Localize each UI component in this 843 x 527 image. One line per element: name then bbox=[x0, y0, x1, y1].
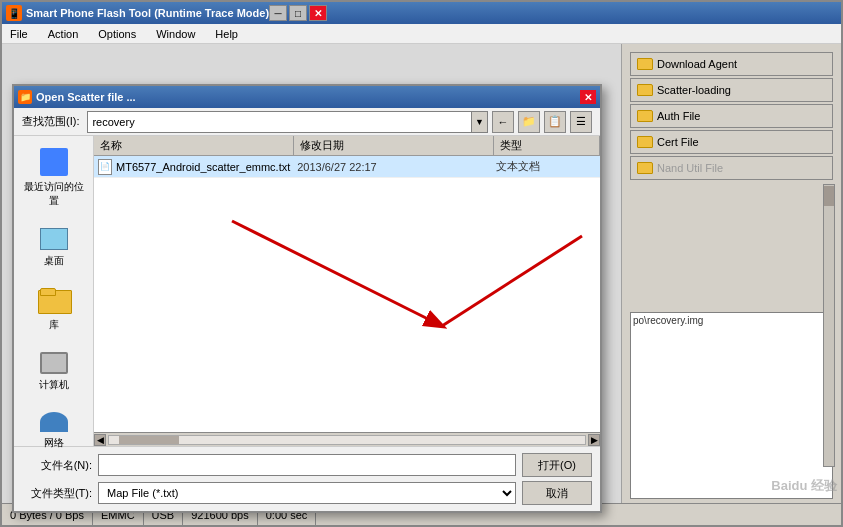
sidebar-item-computer[interactable]: 计算机 bbox=[35, 348, 73, 396]
dialog-toolbar: 查找范围(I): recovery ▼ ← 📁 📋 ☰ bbox=[14, 108, 600, 136]
recent-label: 最近访问的位置 bbox=[22, 180, 85, 208]
dialog-close-button[interactable]: ✕ bbox=[580, 90, 596, 104]
library-label: 库 bbox=[49, 318, 59, 332]
computer-label: 计算机 bbox=[39, 378, 69, 392]
nand-util-file-button[interactable]: Nand Util File bbox=[630, 156, 833, 180]
window-controls: ─ □ ✕ bbox=[269, 5, 327, 21]
app-icon: 📱 bbox=[6, 5, 22, 21]
dialog-sidebar: 最近访问的位置 桌面 库 计算机 bbox=[14, 136, 94, 446]
close-button[interactable]: ✕ bbox=[309, 5, 327, 21]
minimize-button[interactable]: ─ bbox=[269, 5, 287, 21]
scroll-left-btn[interactable]: ◀ bbox=[94, 434, 106, 446]
col-type[interactable]: 类型 bbox=[494, 136, 600, 155]
nav-up-button[interactable]: 📁 bbox=[518, 111, 540, 133]
dialog-title-text: Open Scatter file ... bbox=[36, 91, 136, 103]
file-type: 文本文档 bbox=[496, 159, 596, 174]
filetype-label: 文件类型(T): bbox=[22, 486, 92, 501]
cert-file-button[interactable]: Cert File bbox=[630, 130, 833, 154]
computer-icon bbox=[40, 352, 68, 374]
library-icon bbox=[38, 288, 70, 314]
file-list: 📄 MT6577_Android_scatter_emmc.txt 2013/6… bbox=[94, 156, 600, 432]
sidebar-item-recent[interactable]: 最近访问的位置 bbox=[18, 144, 89, 212]
location-combo[interactable]: recovery ▼ bbox=[87, 111, 488, 133]
title-bar: 📱 Smart Phone Flash Tool (Runtime Trace … bbox=[2, 2, 841, 24]
menu-file[interactable]: File bbox=[6, 28, 32, 40]
dialog-main: 最近访问的位置 桌面 库 计算机 bbox=[14, 136, 600, 446]
recent-icon bbox=[40, 148, 68, 176]
scroll-right-btn[interactable]: ▶ bbox=[588, 434, 600, 446]
col-name[interactable]: 名称 bbox=[94, 136, 294, 155]
horizontal-scrollbar[interactable]: ◀ ▶ bbox=[94, 432, 600, 446]
dialog-title-bar: 📁 Open Scatter file ... ✕ bbox=[14, 86, 600, 108]
maximize-button[interactable]: □ bbox=[289, 5, 307, 21]
file-name: 📄 MT6577_Android_scatter_emmc.txt bbox=[98, 159, 297, 175]
dialog-bottom: 文件名(N): 打开(O) 文件类型(T): Map File (*.txt) … bbox=[14, 446, 600, 511]
sidebar-item-desktop[interactable]: 桌面 bbox=[36, 224, 72, 272]
scatter-loading-button[interactable]: Scatter-loading bbox=[630, 78, 833, 102]
menu-options[interactable]: Options bbox=[94, 28, 140, 40]
menu-action[interactable]: Action bbox=[44, 28, 83, 40]
folder-icon bbox=[637, 84, 653, 96]
nav-back-button[interactable]: ← bbox=[492, 111, 514, 133]
cancel-button[interactable]: 取消 bbox=[522, 481, 592, 505]
file-icon: 📄 bbox=[98, 159, 112, 175]
folder-icon bbox=[637, 136, 653, 148]
download-agent-button[interactable]: Download Agent bbox=[630, 52, 833, 76]
file-date: 2013/6/27 22:17 bbox=[297, 161, 496, 173]
scroll-track[interactable] bbox=[108, 435, 586, 445]
open-button[interactable]: 打开(O) bbox=[522, 453, 592, 477]
nav-view-button[interactable]: ☰ bbox=[570, 111, 592, 133]
content-area: Download Agent Scatter-loading Auth File… bbox=[2, 44, 841, 507]
table-row[interactable]: 📄 MT6577_Android_scatter_emmc.txt 2013/6… bbox=[94, 156, 600, 178]
scroll-thumb bbox=[119, 436, 179, 444]
dialog-icon: 📁 bbox=[18, 90, 32, 104]
desktop-label: 桌面 bbox=[44, 254, 64, 268]
menu-bar: File Action Options Window Help bbox=[2, 24, 841, 44]
file-list-area: 名称 修改日期 类型 📄 MT6577_Android_scatter_emmc… bbox=[94, 136, 600, 446]
filename-label: 文件名(N): bbox=[22, 458, 92, 473]
folder-icon bbox=[637, 110, 653, 122]
sidebar-item-library[interactable]: 库 bbox=[34, 284, 74, 336]
filename-row: 文件名(N): 打开(O) bbox=[22, 453, 592, 477]
network-label: 网络 bbox=[44, 436, 64, 450]
desktop-icon bbox=[40, 228, 68, 250]
filetype-combo[interactable]: Map File (*.txt) bbox=[98, 482, 516, 504]
location-value: recovery bbox=[92, 116, 134, 128]
content-path: po\recovery.img bbox=[633, 315, 703, 326]
window-title: Smart Phone Flash Tool (Runtime Trace Mo… bbox=[26, 7, 269, 19]
right-panel: Download Agent Scatter-loading Auth File… bbox=[621, 44, 841, 507]
col-date[interactable]: 修改日期 bbox=[294, 136, 494, 155]
file-list-header: 名称 修改日期 类型 bbox=[94, 136, 600, 156]
right-panel-content: po\recovery.img bbox=[630, 312, 833, 499]
folder-icon bbox=[637, 162, 653, 174]
open-file-dialog: 📁 Open Scatter file ... ✕ 查找范围(I): recov… bbox=[12, 84, 602, 513]
file-name-text: MT6577_Android_scatter_emmc.txt bbox=[116, 161, 290, 173]
scrollbar-thumb bbox=[824, 186, 834, 206]
menu-help[interactable]: Help bbox=[211, 28, 242, 40]
folder-icon bbox=[637, 58, 653, 70]
main-window: 📱 Smart Phone Flash Tool (Runtime Trace … bbox=[0, 0, 843, 527]
filetype-row: 文件类型(T): Map File (*.txt) 取消 bbox=[22, 481, 592, 505]
sidebar-item-network[interactable]: 网络 bbox=[36, 408, 72, 454]
menu-window[interactable]: Window bbox=[152, 28, 199, 40]
filename-input[interactable] bbox=[98, 454, 516, 476]
auth-file-button[interactable]: Auth File bbox=[630, 104, 833, 128]
nav-new-folder-button[interactable]: 📋 bbox=[544, 111, 566, 133]
network-icon bbox=[40, 412, 68, 432]
baidu-watermark: Baidu 经验 bbox=[771, 477, 837, 495]
right-scrollbar[interactable] bbox=[823, 184, 835, 467]
location-dropdown-icon[interactable]: ▼ bbox=[471, 112, 487, 132]
filetype-select[interactable]: Map File (*.txt) bbox=[98, 482, 516, 504]
location-label: 查找范围(I): bbox=[22, 114, 79, 129]
